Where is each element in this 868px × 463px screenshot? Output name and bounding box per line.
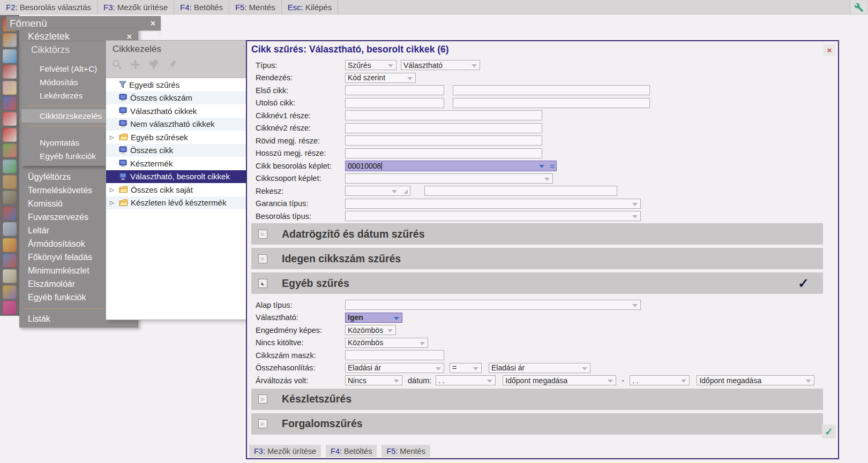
tree-item--sszes-cikksz-m[interactable]: Összes cikkszám bbox=[106, 92, 246, 105]
menu-item-egy-b-funkci-k[interactable]: Egyéb funkciók bbox=[21, 149, 106, 163]
panel-title: Cikkkezelés bbox=[106, 41, 246, 55]
app-icon[interactable] bbox=[3, 96, 17, 110]
pin-icon[interactable] bbox=[167, 59, 178, 72]
expand-arrow-icon[interactable]: ▷ bbox=[110, 200, 114, 206]
tree-item-egyedi-sz-r-s[interactable]: Egyedi szűrés bbox=[106, 78, 246, 92]
shortcut-key: F2: bbox=[6, 3, 18, 12]
tree-item-k-szleten-l-v-k-szterm-k[interactable]: ▷Készleten lévő késztermék bbox=[106, 196, 246, 210]
idopont-tol-select[interactable]: Időpont megadása bbox=[503, 375, 616, 385]
shortcut-key: F5: bbox=[386, 447, 398, 456]
chevron-down-icon bbox=[632, 203, 638, 206]
section-collapse-button[interactable]: ◣ bbox=[258, 279, 267, 288]
app-icon[interactable] bbox=[3, 191, 17, 204]
cikktorzs-title: Cikktörzs bbox=[21, 42, 106, 56]
footer-button-f3[interactable]: F3:Mezők ürítése bbox=[249, 445, 321, 457]
besorolas-tipus-select[interactable] bbox=[345, 211, 641, 221]
app-icon[interactable] bbox=[3, 81, 17, 95]
tree-item--sszes-cikk-saj-t[interactable]: ▷Összes cikk saját bbox=[106, 183, 246, 196]
hosszu-megj-input[interactable] bbox=[345, 148, 542, 158]
dialog-footer: F3:Mezők ürítéseF4:BetöltésF5:Mentés bbox=[249, 445, 430, 457]
menu-item-felv-tel-alt-c-[interactable]: Felvétel (Alt+C) bbox=[21, 62, 106, 75]
osszehasonlitas-operator-select[interactable]: = bbox=[450, 363, 482, 373]
idopont-ig-select[interactable]: Időpont megadása bbox=[697, 375, 814, 385]
app-icon[interactable] bbox=[3, 254, 17, 268]
menu-item-m-dos-t-s[interactable]: Módosítás bbox=[21, 75, 106, 89]
toolbar-button-f5[interactable]: F5:Mentés bbox=[229, 0, 282, 14]
toolbar-button-f3[interactable]: F3:Mezők ürítése bbox=[98, 0, 174, 14]
expand-arrow-icon[interactable]: ▷ bbox=[110, 187, 114, 193]
app-icon[interactable] bbox=[3, 285, 17, 299]
datum-ig-select[interactable]: . . bbox=[630, 375, 690, 385]
app-icon[interactable] bbox=[3, 65, 17, 79]
toolbar-button-f4[interactable]: F4:Betöltés bbox=[174, 0, 229, 14]
app-icon[interactable] bbox=[3, 160, 17, 173]
tipus-mode-select[interactable]: Szűrés bbox=[345, 60, 396, 70]
app-icon[interactable] bbox=[3, 269, 17, 283]
section-expand-button[interactable]: ▷ bbox=[258, 254, 267, 263]
rekesz-select[interactable] bbox=[345, 186, 410, 196]
valaszthato-select[interactable]: Igen bbox=[345, 313, 402, 323]
cikk-szures-dialog: Cikk szűrés: Választható, besorolt cikke… bbox=[246, 40, 839, 459]
tree-item-label: Választható, besorolt cikkek bbox=[130, 172, 230, 181]
tree-icon[interactable] bbox=[148, 59, 160, 72]
app-icon[interactable] bbox=[3, 207, 17, 221]
app-icon[interactable] bbox=[3, 49, 17, 63]
datum-tol-select[interactable]: . . bbox=[436, 375, 496, 385]
app-icon[interactable] bbox=[3, 112, 17, 126]
footer-button-f4[interactable]: F4:Betöltés bbox=[326, 445, 377, 457]
tree-item--sszes-cikk[interactable]: Összes cikk bbox=[106, 144, 246, 157]
settings-wrench-button[interactable] bbox=[850, 1, 867, 14]
footer-button-f5[interactable]: F5:Mentés bbox=[381, 445, 430, 457]
section-egyeb-szures: ◣ Egyéb szűrés ✓ bbox=[251, 272, 823, 294]
app-icon[interactable] bbox=[3, 33, 17, 47]
alap-tipus-select[interactable] bbox=[345, 300, 641, 310]
rekesz-name-input[interactable] bbox=[424, 186, 617, 196]
osszehasonlitas-left-select[interactable]: Eladási ár bbox=[345, 363, 444, 373]
menu-item-nyomtat-s[interactable]: Nyomtatás bbox=[21, 136, 106, 149]
tree-item-v-laszthat-besorolt-cikkek[interactable]: Választható, besorolt cikkek bbox=[106, 170, 246, 184]
app-icon[interactable] bbox=[3, 222, 17, 236]
confirm-check-button[interactable]: ✓ bbox=[822, 424, 836, 438]
elso-cikk-code-input[interactable] bbox=[345, 85, 444, 95]
elso-cikk-name-input[interactable] bbox=[453, 85, 650, 95]
plus-icon[interactable] bbox=[130, 59, 141, 72]
tree-item-egy-b-sz-r-sek[interactable]: ▷Egyéb szűrések bbox=[106, 131, 246, 144]
equals-icon[interactable]: = bbox=[550, 162, 555, 171]
cikk-besorolas-keplet-field[interactable]: 00010008 = bbox=[345, 161, 557, 171]
engedmeny-kepes-select[interactable]: Közömbös bbox=[345, 325, 396, 335]
menu-item-cikkt-rzskezel-s[interactable]: Cikktörzskezelés bbox=[21, 109, 106, 123]
tree-item-k-szterm-k[interactable]: Késztermék bbox=[106, 157, 246, 170]
section-expand-button[interactable]: ▷ bbox=[258, 419, 267, 428]
cikknev1-input[interactable] bbox=[345, 110, 542, 120]
app-icon[interactable] bbox=[3, 175, 17, 189]
cikkszam-maszk-input[interactable] bbox=[345, 350, 444, 360]
app-icon[interactable] bbox=[3, 143, 17, 157]
tipus-type-select[interactable]: Választható bbox=[401, 60, 480, 70]
rendezes-select[interactable]: Kód szerint bbox=[345, 73, 416, 83]
arvaltozas-select[interactable]: Nincs bbox=[345, 375, 402, 385]
section-forgalomszures: ▷ Forgalomszűrés bbox=[251, 413, 823, 435]
osszehasonlitas-right-select[interactable]: Eladási ár bbox=[489, 363, 590, 373]
utolso-cikk-name-input[interactable] bbox=[453, 98, 650, 108]
expand-arrow-icon[interactable]: ▷ bbox=[110, 134, 114, 140]
tree-item-v-laszthat-cikkek[interactable]: Választható cikkek bbox=[106, 104, 246, 118]
section-expand-button[interactable]: ▷ bbox=[258, 230, 267, 239]
garancia-tipus-select[interactable] bbox=[345, 199, 641, 209]
toolbar-button-f2[interactable]: F2:Besorolás választás bbox=[0, 0, 98, 14]
app-icon[interactable] bbox=[3, 128, 17, 142]
cikknev2-input[interactable] bbox=[345, 123, 542, 133]
rovid-megj-input[interactable] bbox=[345, 135, 542, 146]
app-icon[interactable] bbox=[3, 238, 17, 252]
close-icon[interactable]: × bbox=[824, 44, 835, 56]
toolbar-button-esc[interactable]: Esc:Kilépés bbox=[282, 0, 338, 14]
menu-separator bbox=[28, 126, 106, 126]
cikkcsoport-keplet-select[interactable] bbox=[345, 173, 553, 184]
tree-item-nem-v-laszthat-cikkek[interactable]: Nem választható cikkek bbox=[106, 118, 246, 131]
search-icon[interactable] bbox=[111, 59, 123, 72]
menu-item-lek-rdez-s[interactable]: Lekérdezés bbox=[21, 89, 106, 102]
section-expand-button[interactable]: ▷ bbox=[258, 394, 267, 404]
app-icon[interactable] bbox=[3, 301, 17, 315]
fomenu-close-icon[interactable]: × bbox=[151, 19, 155, 28]
nincs-kitoltve-select[interactable]: Közömbös bbox=[345, 338, 428, 348]
utolso-cikk-code-input[interactable] bbox=[345, 98, 444, 108]
